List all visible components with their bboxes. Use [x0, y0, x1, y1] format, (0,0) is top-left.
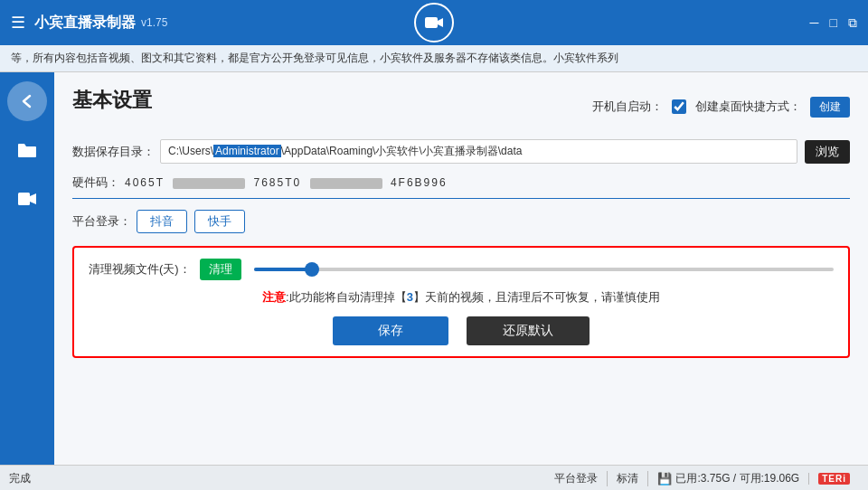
save-button[interactable]: 保存 [333, 316, 448, 345]
path-suffix: \AppData\Roaming\小宾软件\小宾直播录制器\data [281, 145, 523, 157]
svg-rect-2 [18, 193, 30, 205]
hardware-code: 4065T 7685T0 4F6B996 [125, 176, 448, 189]
data-path-label: 数据保存目录： [72, 144, 155, 160]
disk-text: 已用:3.75G / 可用:19.06G [675, 471, 799, 486]
hw-prefix: 4065T [125, 176, 165, 189]
cam-icon[interactable] [414, 3, 454, 42]
status-disk: 💾 已用:3.75G / 可用:19.06G [647, 471, 808, 486]
sidebar [0, 72, 54, 465]
warn-suffix: 】天前的视频，且清理后不可恢复，请谨慎使用 [413, 290, 660, 304]
slider-thumb[interactable] [305, 262, 319, 277]
section-title: 基本设置 [72, 87, 152, 114]
clean-section: 清理视频文件(天)： 清理 注意:此功能将自动清理掉【3】天前的视频，且清理后不… [72, 246, 850, 358]
slider-fill [254, 268, 312, 271]
warn-label: 注意 [262, 290, 286, 304]
hw-mid: 7685T0 [254, 176, 302, 189]
sidebar-item-folder[interactable] [7, 130, 47, 170]
status-left-text: 完成 [9, 471, 31, 486]
sidebar-item-back[interactable] [7, 81, 47, 121]
data-path-row: 数据保存目录： C:\Users\Administrator\AppData\R… [72, 139, 850, 164]
data-path-display: C:\Users\Administrator\AppData\Roaming\小… [160, 139, 797, 164]
restore-button[interactable]: 还原默认 [467, 316, 590, 345]
svg-rect-0 [425, 17, 438, 28]
action-buttons: 保存 还原默认 [89, 316, 834, 345]
restore-icon[interactable]: □ [830, 15, 837, 31]
main-layout: 基本设置 开机自启动： 创建桌面快捷方式： 创建 数据保存目录： C:\User… [0, 72, 868, 465]
hardware-row: 硬件码： 4065T 7685T0 4F6B996 [72, 174, 850, 199]
status-bar: 完成 平台登录 标清 💾 已用:3.75G / 可用:19.06G TERi [0, 465, 868, 490]
path-highlight: Administrator [213, 145, 281, 157]
teri-badge: TERi [818, 473, 850, 485]
status-platform-login: 平台登录 [545, 471, 607, 486]
hw-blur1 [173, 178, 245, 189]
status-right: 平台登录 标清 💾 已用:3.75G / 可用:19.06G TERi [545, 471, 859, 486]
title-bar: ☰ 小宾直播录制器 v1.75 ─ □ ⧉ [0, 0, 868, 45]
section-header: 基本设置 开机自启动： 创建桌面快捷方式： 创建 [72, 87, 850, 127]
create-shortcut-button[interactable]: 创建 [810, 97, 850, 118]
clarity-text: 标清 [617, 471, 638, 486]
hardware-label: 硬件码： [72, 174, 119, 191]
menu-icon[interactable]: ☰ [11, 13, 25, 33]
content-area: 基本设置 开机自启动： 创建桌面快捷方式： 创建 数据保存目录： C:\User… [54, 72, 868, 465]
slider-container [254, 260, 834, 278]
sidebar-item-video[interactable] [7, 179, 47, 219]
version-label: v1.75 [141, 16, 167, 29]
hw-suffix: 4F6B996 [391, 176, 448, 189]
disk-icon: 💾 [657, 472, 672, 485]
window-controls: ─ □ ⧉ [810, 15, 857, 31]
clean-button[interactable]: 清理 [200, 259, 241, 280]
auto-start-checkbox[interactable] [672, 99, 686, 114]
browse-button[interactable]: 浏览 [805, 140, 850, 164]
platform-row: 平台登录： 抖音 快手 [72, 210, 850, 233]
douyin-button[interactable]: 抖音 [137, 210, 187, 233]
auto-start-label: 开机自启动： [592, 99, 663, 115]
warn-text: :此功能将自动清理掉【 [286, 290, 407, 304]
slider-track [254, 268, 834, 271]
platform-login-text: 平台登录 [554, 471, 598, 486]
warn-num: 3 [407, 290, 413, 304]
svg-marker-3 [30, 193, 36, 204]
right-controls: 开机自启动： 创建桌面快捷方式： 创建 [592, 97, 850, 118]
clean-warning: 注意:此功能将自动清理掉【3】天前的视频，且清理后不可恢复，请谨慎使用 [89, 289, 834, 306]
hw-blur2 [310, 178, 382, 189]
shortcut-label: 创建桌面快捷方式： [695, 99, 801, 115]
path-prefix: C:\Users\ [168, 145, 213, 157]
status-clarity: 标清 [607, 471, 647, 486]
kuaishou-button[interactable]: 快手 [194, 210, 245, 233]
platform-label: 平台登录： [72, 213, 131, 230]
svg-marker-1 [438, 18, 443, 27]
maximize-icon[interactable]: ⧉ [848, 15, 857, 31]
status-teri: TERi [808, 473, 859, 485]
app-title: 小宾直播录制器 [34, 14, 136, 33]
clean-label: 清理视频文件(天)： [89, 261, 191, 278]
notice-bar: 等，所有内容包括音视频、图文和其它资料，都是官方公开免登录可见信息，小宾软件及服… [0, 45, 868, 72]
clean-header: 清理视频文件(天)： 清理 [89, 259, 834, 280]
notice-text: 等，所有内容包括音视频、图文和其它资料，都是官方公开免登录可见信息，小宾软件及服… [11, 52, 618, 64]
minimize-icon[interactable]: ─ [810, 15, 819, 31]
